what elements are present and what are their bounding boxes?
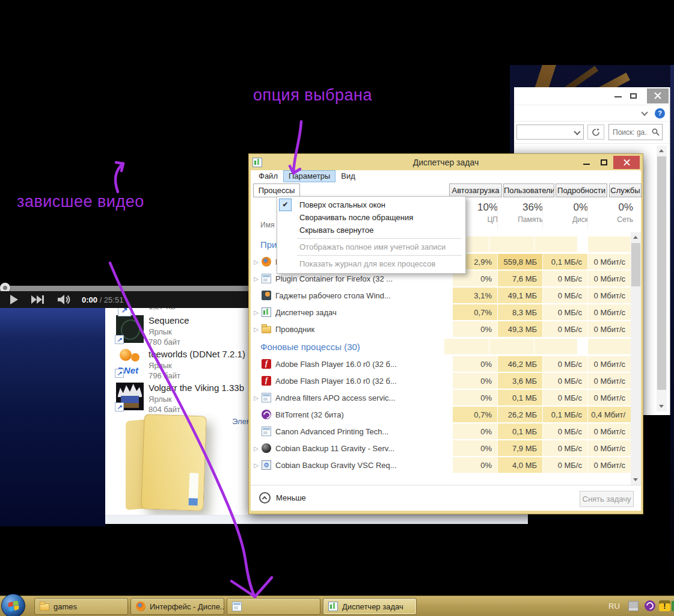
expand-icon[interactable]: ▷ — [251, 276, 262, 282]
tray-bittorrent-icon[interactable] — [645, 600, 655, 611]
search-box[interactable] — [608, 124, 663, 140]
tray-warning-icon[interactable]: ! — [659, 600, 670, 611]
menu-item[interactable]: Отображать полное имя учетной записи — [277, 241, 465, 253]
menu-bar-item[interactable]: Файл — [253, 170, 283, 182]
scrollbar-thumb[interactable] — [657, 156, 666, 390]
process-row[interactable]: ▷ Диспетчер задач 0,7% 8,3 МБ 0 МБ/с 0 М… — [251, 304, 641, 321]
memory-cell: 8,3 МБ — [497, 304, 542, 321]
memory-cell: 26,2 МБ — [497, 407, 542, 423]
fewer-details-button[interactable]: Меньше — [259, 492, 306, 504]
task-manager-titlebar[interactable]: Диспетчер задач — [251, 156, 641, 170]
file-name: Volgarr the Viking 1.33b — [149, 383, 244, 393]
scroll-up-icon[interactable] — [633, 236, 638, 239]
expand-icon[interactable]: ▷ — [251, 326, 262, 333]
file-size: 780 байт — [149, 337, 251, 346]
wallpaper-edge — [670, 65, 674, 594]
menu-item[interactable]: Сворачивать после обращения — [277, 211, 465, 224]
maximize-button[interactable] — [596, 156, 613, 169]
volume-icon[interactable] — [58, 295, 72, 304]
taskbar-button[interactable]: Интерфейс - Диспе... — [130, 598, 224, 615]
summary-column-header[interactable]: 0% Сеть — [587, 202, 631, 229]
expand-icon[interactable]: ▷ — [251, 395, 262, 401]
shortcut-arrow-icon: ↗ — [115, 369, 124, 378]
background-window-scrollbar[interactable] — [657, 146, 667, 411]
process-name: Гаджеты рабочего стола Wind... — [275, 291, 452, 300]
file-size: 796 байт — [149, 371, 251, 380]
network-cell: 0 Мбит/с — [587, 321, 631, 337]
maximize-icon[interactable] — [630, 93, 637, 99]
end-task-button[interactable]: Снять задачу — [580, 491, 634, 507]
disk-cell: 0 МБ/с — [542, 321, 587, 337]
network-cell: 0 Мбит/с — [587, 254, 631, 270]
winapp-icon — [232, 602, 242, 611]
tab[interactable]: Автозагрузка — [449, 183, 502, 197]
file-name: Sequence — [149, 315, 189, 325]
process-row[interactable]: ▷ BitTorrent (32 бита) 0,7% 26,2 МБ 0,1 … — [251, 406, 641, 423]
process-row[interactable]: ▷ Adobe Flash Player 16.0 r0 (32 б... 0%… — [251, 356, 641, 372]
process-row[interactable]: ▷ Гаджеты рабочего стола Wind... 3,1% 49… — [251, 287, 641, 304]
process-name: Cobian Backup Gravity VSC Req... — [275, 461, 452, 470]
tray-partial-icon — [672, 601, 674, 611]
memory-cell: 0,1 МБ — [497, 390, 542, 406]
chevron-down-icon[interactable] — [641, 109, 648, 116]
summary-column-header[interactable]: 0% Диск — [542, 202, 587, 229]
tab[interactable]: Процессы — [253, 183, 300, 197]
address-combobox[interactable] — [516, 125, 584, 140]
taskmgr-icon — [328, 602, 338, 611]
process-name: Cobian Backup 11 Gravity - Serv... — [275, 444, 452, 453]
options-menu: ✔ Поверх остальных окон Сворачивать посл… — [277, 196, 466, 274]
tray-keyboard-icon[interactable] — [628, 601, 639, 611]
expand-icon[interactable]: ▷ — [251, 462, 262, 469]
close-button[interactable] — [613, 156, 640, 169]
language-indicator[interactable]: RU — [608, 602, 620, 611]
scroll-up-icon[interactable] — [659, 149, 664, 152]
process-row[interactable]: ▷ Cobian Backup Gravity VSC Req... 0% 4,… — [251, 457, 641, 473]
summary-column-header[interactable]: 36% Память — [497, 202, 542, 229]
process-list-scrollbar[interactable] — [631, 232, 641, 485]
taskbar-button[interactable] — [227, 598, 320, 615]
tab[interactable]: Подробности — [556, 183, 607, 197]
video-time: 0:00 / 25:51 — [82, 295, 123, 304]
tab[interactable]: Пользователи — [503, 183, 554, 197]
process-row[interactable]: ▷ Adobe Flash Player 16.0 r0 (32 б... 0%… — [251, 372, 641, 389]
process-row[interactable]: ▷ Проводник 0% 49,3 МБ 0 МБ/с 0 Мбит/с — [251, 321, 641, 337]
process-row[interactable]: ▷ Cobian Backup 11 Gravity - Serv... 0% … — [251, 440, 641, 457]
folder-icon-large[interactable] — [123, 414, 213, 515]
scroll-down-icon[interactable] — [633, 478, 638, 481]
process-name: Adobe Flash Player 16.0 r0 (32 б... — [275, 377, 452, 386]
video-control-bar: 0:00 / 25:51 — [0, 291, 248, 308]
start-button[interactable] — [1, 594, 25, 616]
menu-bar-item[interactable]: Параметры — [283, 170, 335, 182]
refresh-button[interactable] — [587, 125, 604, 140]
play-icon[interactable] — [10, 295, 18, 304]
task-manager-footer: Меньше Снять задачу — [251, 485, 641, 511]
next-icon[interactable] — [31, 295, 44, 304]
taskbar-button[interactable]: games — [34, 598, 128, 615]
expand-icon[interactable]: ▷ — [251, 309, 262, 316]
process-row[interactable]: ▷ Canon Advanced Printing Tech... 0% 0,1… — [251, 423, 641, 440]
chevron-up-circle-icon — [259, 492, 271, 504]
file-size: 804 байт — [149, 405, 251, 414]
menu-item[interactable]: Скрывать свернутое — [277, 224, 465, 236]
scroll-down-icon[interactable] — [659, 405, 664, 408]
tab[interactable]: Службы — [609, 183, 642, 197]
scrollbar-thumb[interactable] — [631, 243, 640, 286]
minimize-button[interactable] — [578, 156, 596, 169]
minimize-icon[interactable] — [614, 96, 622, 97]
menu-item[interactable]: ✔ Поверх остальных окон — [277, 199, 465, 211]
help-icon[interactable]: ? — [655, 108, 665, 119]
menu-bar-item[interactable]: Вид — [335, 170, 361, 182]
name-column-header[interactable]: Имя — [260, 221, 274, 229]
file-type: Ярлык — [149, 395, 251, 404]
cpu-cell: 0% — [452, 321, 497, 337]
chevron-down-icon[interactable] — [574, 128, 580, 135]
search-input[interactable] — [611, 126, 649, 138]
video-progress-bar[interactable] — [0, 286, 248, 291]
expand-icon[interactable]: ▷ — [251, 445, 262, 452]
process-row[interactable]: ▷ Andrea filters APO access servic... 0%… — [251, 389, 641, 406]
taskbar-button[interactable]: Диспетчер задач — [323, 598, 417, 615]
close-icon[interactable] — [647, 88, 669, 103]
file-type: Ярлык — [149, 327, 251, 336]
menu-item[interactable]: Показать журнал для всех процессов — [277, 257, 465, 270]
expand-icon[interactable]: ▷ — [251, 259, 262, 265]
